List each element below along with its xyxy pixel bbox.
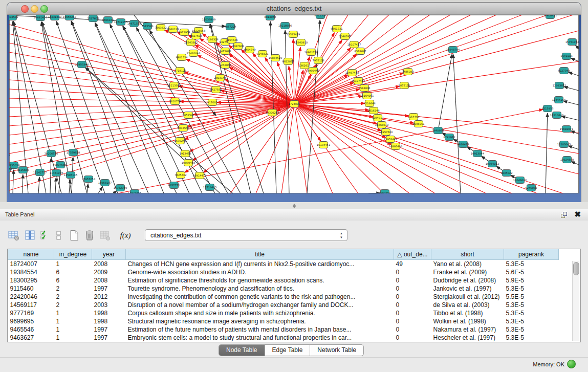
graph-node[interactable]: 10954012: [486, 161, 499, 167]
graph-node[interactable]: 16231407: [48, 15, 61, 20]
graph-node[interactable]: 16543382: [184, 39, 198, 46]
graph-node[interactable]: 13164061: [360, 93, 374, 99]
graph-node[interactable]: 1810754: [169, 98, 181, 105]
graph-node[interactable]: 16033809: [202, 16, 215, 23]
graph-node[interactable]: 9657771: [168, 182, 180, 189]
graph-node[interactable]: 9916413: [457, 141, 469, 148]
column-header-out-de-[interactable]: △ out_de...: [394, 249, 431, 260]
table-source-select[interactable]: citations_edges.txt ▲▼: [145, 229, 347, 241]
graph-node[interactable]: 7857224: [224, 24, 236, 30]
graph-node[interactable]: 2560591: [9, 151, 10, 158]
column-header-title[interactable]: title: [126, 249, 394, 260]
graph-node[interactable]: 6466161: [102, 17, 114, 24]
graph-node[interactable]: 12444154: [552, 97, 566, 103]
table-scrollbar[interactable]: [572, 261, 579, 341]
graph-node[interactable]: 8216648: [363, 100, 375, 107]
table-settings-icon[interactable]: [7, 229, 20, 242]
table-row[interactable]: 911546021997Tourette syndrome. Phenomeno…: [8, 285, 559, 293]
graph-node[interactable]: 7204917: [372, 115, 383, 121]
graph-node[interactable]: 18957584: [379, 129, 393, 136]
graph-node[interactable]: 10913044: [471, 150, 485, 157]
graph-node[interactable]: 16648794: [446, 47, 460, 53]
graph-node[interactable]: 8518644: [358, 85, 371, 92]
graph-node[interactable]: 9822037: [282, 58, 294, 65]
graph-node[interactable]: 9154469: [407, 114, 419, 120]
float-panel-icon[interactable]: [560, 211, 568, 218]
graph-node[interactable]: 1403572: [9, 15, 18, 20]
graph-node[interactable]: 16782759: [114, 185, 127, 191]
divider-resize-handle[interactable]: [291, 204, 297, 208]
graph-node[interactable]: 1675244: [174, 138, 186, 144]
graph-node[interactable]: 8813054: [264, 15, 276, 20]
graph-node[interactable]: 9329966: [560, 53, 572, 60]
graph-node[interactable]: 9227349: [558, 68, 570, 74]
column-header-name[interactable]: name: [8, 249, 54, 260]
network-graph-canvas[interactable]: 1403572206914061623140710655267152760264…: [9, 15, 579, 193]
graph-node[interactable]: 7625402: [175, 172, 186, 179]
graph-node[interactable]: 8475685: [219, 48, 231, 55]
graph-node[interactable]: 15884520: [269, 55, 282, 61]
graph-node[interactable]: 917003: [207, 99, 217, 106]
graph-node[interactable]: 10655267: [63, 15, 76, 20]
graph-node[interactable]: 7960851: [379, 190, 390, 194]
graph-node[interactable]: 15640910: [294, 39, 308, 46]
graph-node[interactable]: 16868619: [375, 122, 388, 128]
graph-node[interactable]: 17359928: [67, 149, 80, 156]
table-row[interactable]: 2242004622012Investigating the contribut…: [8, 293, 559, 301]
graph-node[interactable]: 8912954: [178, 29, 190, 36]
graph-node[interactable]: 2718120: [174, 68, 186, 74]
delete-column-icon[interactable]: [83, 229, 96, 242]
graph-node[interactable]: 16210643: [550, 112, 563, 119]
graph-node[interactable]: 9873543: [177, 125, 189, 132]
graph-node[interactable]: 7852541: [182, 112, 194, 119]
graph-node[interactable]: 9242848: [219, 62, 231, 69]
graph-node[interactable]: 20953346: [75, 61, 89, 68]
function-builder-icon[interactable]: f(x): [119, 229, 132, 242]
graph-node[interactable]: 19218986: [278, 23, 292, 29]
table-row[interactable]: 1938455462009Genome-wide association stu…: [8, 268, 559, 276]
tab-network-table[interactable]: Network Table: [310, 345, 363, 356]
table-row[interactable]: 946362711997Embryonic stem cells: a mode…: [8, 334, 559, 342]
tab-edge-table[interactable]: Edge Table: [265, 345, 311, 356]
column-header-year[interactable]: year: [92, 249, 126, 260]
graph-node[interactable]: 7485083: [402, 69, 413, 75]
graph-node[interactable]: 12142757: [33, 169, 47, 176]
graph-node[interactable]: 12103045: [557, 141, 571, 148]
delete-table-icon[interactable]: [98, 229, 112, 242]
table-row[interactable]: 1830029562008Estimation of significance …: [8, 276, 559, 285]
graph-node[interactable]: 12093852: [553, 82, 566, 89]
graph-node[interactable]: 8518647: [354, 48, 366, 55]
graph-node[interactable]: 15134451: [317, 142, 330, 148]
create-column-icon[interactable]: [68, 229, 81, 242]
column-header-in-degree[interactable]: in_degree: [54, 249, 92, 260]
graph-node[interactable]: 2803144: [214, 75, 226, 81]
table-row[interactable]: 969969511998Structural magnetic resonanc…: [8, 317, 559, 325]
graph-node[interactable]: 1875116: [398, 82, 410, 89]
memory-status-icon[interactable]: [567, 360, 576, 368]
graph-node[interactable]: 13325419: [287, 31, 300, 38]
close-panel-icon[interactable]: ✖: [574, 210, 581, 219]
graph-node[interactable]: 10107427: [347, 41, 361, 48]
graph-node[interactable]: 9245032: [525, 185, 537, 191]
column-header-short[interactable]: short: [431, 249, 504, 260]
graph-node[interactable]: 9901554: [176, 54, 188, 61]
graph-node[interactable]: 1154636: [226, 37, 237, 43]
tab-node-table[interactable]: Node Table: [219, 345, 265, 356]
graph-node[interactable]: 8454749: [244, 47, 255, 53]
graph-node[interactable]: 9146821: [256, 51, 268, 57]
graph-node[interactable]: 8186328: [206, 36, 218, 43]
graph-node[interactable]: 7515526: [141, 23, 153, 30]
table-row[interactable]: 946554611997Estimation of the future num…: [8, 325, 559, 334]
column-header-pagerank[interactable]: pagerank: [504, 249, 559, 260]
show-columns-icon[interactable]: [24, 229, 37, 242]
graph-node[interactable]: 8096951: [412, 121, 424, 127]
graph-node[interactable]: 9827503: [190, 33, 202, 39]
graph-node[interactable]: 10719155: [114, 19, 127, 26]
select-all-icon[interactable]: [39, 229, 52, 242]
window-titlebar[interactable]: citations_edges.txt: [7, 3, 581, 15]
graph-node[interactable]: 1362615: [298, 62, 310, 69]
graph-node[interactable]: 15716485: [203, 184, 216, 191]
graph-node[interactable]: 8215955: [541, 105, 553, 112]
graph-node[interactable]: 20691406: [34, 15, 47, 21]
unselect-rows-icon[interactable]: [52, 229, 66, 242]
